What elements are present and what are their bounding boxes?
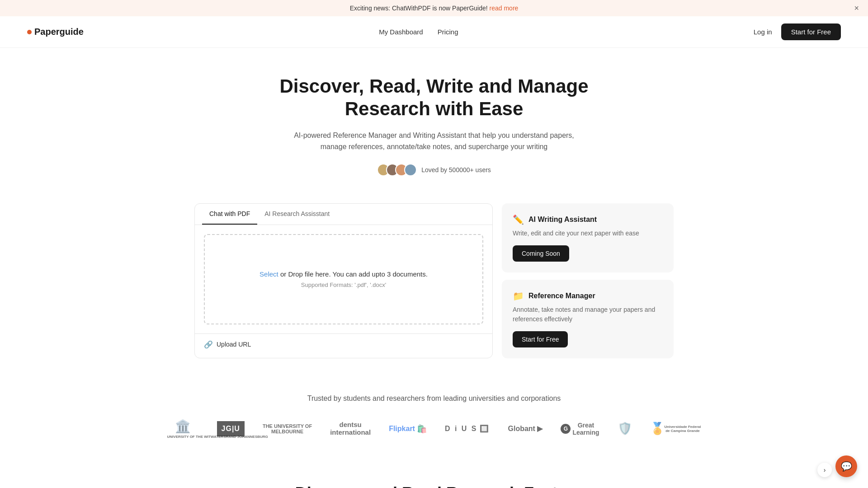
reference-manager-icon: 📁 <box>513 291 524 301</box>
loved-text: Loved by 500000+ users <box>421 166 491 174</box>
flipkart-icon: 🛍️ <box>417 424 427 434</box>
ai-writing-card-header: ✏️ AI Writing Assistant <box>513 214 663 225</box>
ufcg-shield-icon: 🏅 <box>650 422 665 436</box>
reference-manager-card: 📁 Reference Manager Annotate, take notes… <box>502 280 674 358</box>
dius-icon: 🔲 <box>480 424 490 433</box>
banner-text: Exciting news: ChatWithPDF is now PaperG… <box>350 5 488 12</box>
drop-text-part: or Drop file here. You can add upto 3 do… <box>278 270 428 278</box>
trusted-section: Trusted by students and researchers from… <box>0 376 868 457</box>
tab-ai-research[interactable]: AI Research Assisstant <box>257 204 337 225</box>
jgu-text: JG|U <box>217 421 245 436</box>
logo-dot <box>27 30 32 34</box>
hero-title: Discover, Read, Write and Manage Researc… <box>253 75 615 121</box>
start-for-free-nav-button[interactable]: Start for Free <box>781 23 841 40</box>
coming-soon-button[interactable]: Coming Soon <box>513 245 569 262</box>
dentsu-text: dentsuinternational <box>330 421 371 436</box>
navbar: Paperguide My Dashboard Pricing Log in S… <box>0 16 868 48</box>
trusted-title: Trusted by students and researchers from… <box>27 394 841 403</box>
logo-text: Paperguide <box>34 27 84 37</box>
great-learning-text: GreatLearning <box>572 422 599 436</box>
reference-manager-title: Reference Manager <box>528 292 595 300</box>
right-panel: ✏️ AI Writing Assistant Write, edit and … <box>502 203 674 358</box>
logo-ufcg: 🏅 Universidade Federalde Campina Grande <box>650 422 701 436</box>
nav-link-pricing[interactable]: Pricing <box>438 28 458 36</box>
nav-links: My Dashboard Pricing <box>379 28 458 36</box>
link-icon: 🔗 <box>204 340 213 349</box>
logo-dius: D i U S 🔲 <box>445 424 490 433</box>
main-content: Chat with PDF AI Research Assisstant Sel… <box>185 203 683 358</box>
banner-close-button[interactable]: × <box>854 4 859 13</box>
logo-jgu: JG|U <box>217 421 245 436</box>
logos-row: 🏛️ UNIVERSITY OF THE WITWATERSRAND JOHAN… <box>27 419 841 439</box>
tab-bar: Chat with PDF AI Research Assisstant <box>195 204 492 225</box>
logo-great-learning: G GreatLearning <box>561 422 599 436</box>
hero-subtitle: AI-powered Reference Manager and Writing… <box>294 130 574 153</box>
great-learning-icon: G <box>561 424 571 434</box>
left-panel: Chat with PDF AI Research Assisstant Sel… <box>194 203 493 358</box>
tab-chat-pdf[interactable]: Chat with PDF <box>202 204 257 225</box>
ai-writing-card: ✏️ AI Writing Assistant Write, edit and … <box>502 203 674 272</box>
chevron-right-icon: › <box>824 466 826 474</box>
uni-shield-icon: 🛡️ <box>618 422 632 436</box>
ai-writing-desc: Write, edit and cite your next paper wit… <box>513 229 663 238</box>
bottom-title: Discover and Read Research Faster <box>9 484 859 488</box>
melbourne-text: THE UNIVERSITY OFMELBOURNE <box>263 423 312 434</box>
banner-link[interactable]: read more <box>490 5 519 12</box>
chevron-right-button[interactable]: › <box>817 463 832 477</box>
ufcg-text: Universidade Federalde Campina Grande <box>665 425 701 433</box>
top-banner: Exciting news: ChatWithPDF is now PaperG… <box>0 0 868 16</box>
flipkart-text: Flipkart <box>389 425 415 433</box>
logo-flipkart: Flipkart 🛍️ <box>389 424 427 434</box>
globant-text: Globant ▶ <box>508 424 543 433</box>
chat-icon: 💬 <box>841 461 852 472</box>
logo-dentsu: dentsuinternational <box>330 421 371 436</box>
nav-actions: Log in Start for Free <box>754 23 841 40</box>
login-button[interactable]: Log in <box>754 28 772 36</box>
logo-globant: Globant ▶ <box>508 424 543 433</box>
nav-link-dashboard[interactable]: My Dashboard <box>379 28 423 36</box>
wits-shield-icon: 🏛️ <box>175 419 191 434</box>
hero-section: Discover, Read, Write and Manage Researc… <box>0 48 868 194</box>
chat-support-button[interactable]: 💬 <box>835 455 857 477</box>
logo-melbourne: THE UNIVERSITY OFMELBOURNE <box>263 423 312 434</box>
wits-text: UNIVERSITY OF THE WITWATERSRAND JOHANNES… <box>167 435 199 439</box>
avatar <box>404 164 417 176</box>
drop-sub-text: Supported Formats: '.pdf', '.docx' <box>301 282 386 288</box>
drop-zone[interactable]: Select or Drop file here. You can add up… <box>204 234 483 324</box>
drop-main-text: Select or Drop file here. You can add up… <box>259 270 428 278</box>
ai-writing-icon: ✏️ <box>513 214 524 225</box>
ai-writing-title: AI Writing Assistant <box>528 216 597 224</box>
avatar-group <box>377 164 417 176</box>
logo[interactable]: Paperguide <box>27 27 84 37</box>
reference-manager-desc: Annotate, take notes and manage your pap… <box>513 305 663 324</box>
logo-uni-shield: 🛡️ <box>618 422 632 436</box>
user-loved: Loved by 500000+ users <box>9 164 859 176</box>
logo-wits: 🏛️ UNIVERSITY OF THE WITWATERSRAND JOHAN… <box>167 419 199 439</box>
bottom-section: Discover and Read Research Faster Discov… <box>0 457 868 488</box>
upload-url-row[interactable]: 🔗 Upload URL <box>195 333 492 355</box>
dius-text: D i U S <box>445 425 478 433</box>
select-link[interactable]: Select <box>259 270 278 278</box>
upload-url-label: Upload URL <box>217 341 251 348</box>
start-for-free-card-button[interactable]: Start for Free <box>513 331 568 347</box>
reference-manager-card-header: 📁 Reference Manager <box>513 291 663 301</box>
